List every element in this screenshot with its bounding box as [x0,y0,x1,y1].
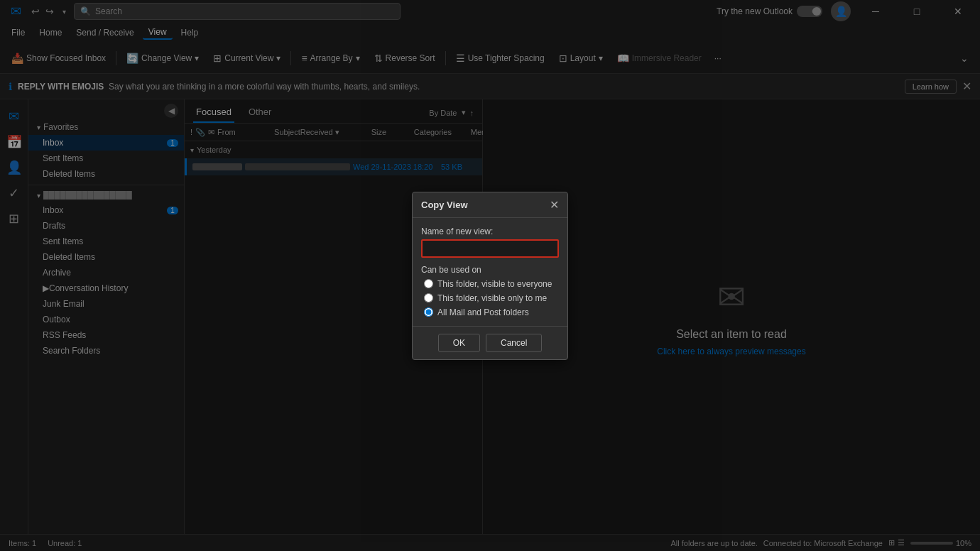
dialog-footer: OK Cancel [413,326,567,359]
dialog-name-input[interactable] [421,239,559,258]
dialog-cancel-button[interactable]: Cancel [486,334,542,352]
copy-view-dialog: Copy View ✕ Name of new view: Can be use… [412,192,568,360]
radio-this-folder-me[interactable]: This folder, visible only to me [424,293,559,303]
dialog-ok-button[interactable]: OK [438,334,480,352]
radio-all-mail[interactable]: All Mail and Post folders [424,307,559,317]
dialog-title-bar: Copy View ✕ [413,192,567,218]
dialog-close-button[interactable]: ✕ [550,198,559,212]
dialog-title: Copy View [421,200,468,210]
dialog-radio-group: This folder, visible to everyone This fo… [424,279,559,317]
dialog-name-label: Name of new view: [421,227,559,236]
radio-this-folder-everyone[interactable]: This folder, visible to everyone [424,279,559,289]
dialog-overlay: Copy View ✕ Name of new view: Can be use… [0,0,980,551]
dialog-body: Name of new view: Can be used on This fo… [413,218,567,326]
dialog-section-label: Can be used on [421,265,559,275]
